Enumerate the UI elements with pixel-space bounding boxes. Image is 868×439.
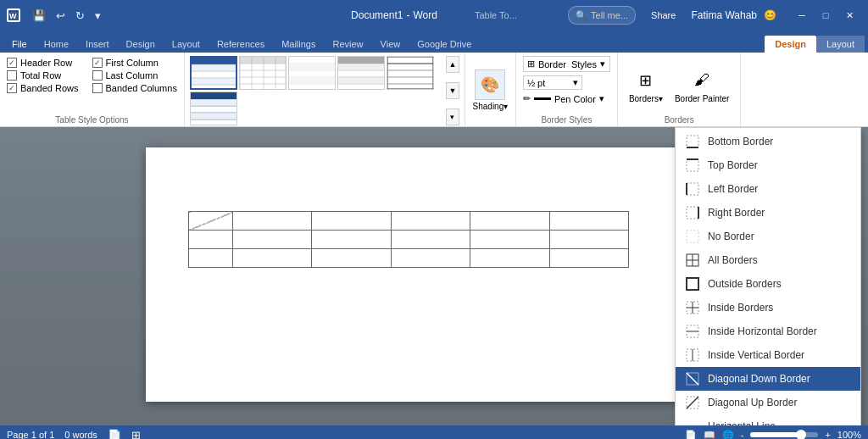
- style-options-content: Header Row Total Row Banded Rows First C…: [7, 58, 177, 114]
- menu-item-top-border[interactable]: Top Border: [676, 153, 860, 177]
- menu-item-no-border[interactable]: No Border: [676, 225, 860, 248]
- customize-button[interactable]: ▾: [92, 8, 104, 24]
- quick-access-toolbar: 💾 ↩ ↻ ▾: [29, 8, 104, 24]
- gallery-more[interactable]: ▾: [446, 108, 459, 125]
- border-painter-label: Border Painter: [675, 94, 729, 103]
- menu-item-all-borders[interactable]: All Borders: [676, 248, 860, 272]
- outside-borders-icon: [684, 275, 701, 292]
- svg-rect-50: [687, 183, 698, 195]
- bottom-border-icon: [684, 133, 701, 150]
- svg-rect-33: [387, 57, 433, 89]
- menu-item-left-border[interactable]: Left Border: [676, 177, 860, 201]
- banded-columns-checkbox[interactable]: [92, 83, 103, 93]
- view-reading-icon[interactable]: 📖: [704, 430, 715, 440]
- menu-label: Horizontal Line: [708, 420, 776, 425]
- table-cell: [391, 249, 470, 268]
- table-style-item-2[interactable]: [239, 56, 287, 90]
- undo-button[interactable]: ↩: [53, 8, 69, 24]
- left-border-icon: [684, 181, 701, 197]
- table-style-item-1[interactable]: [190, 56, 237, 90]
- svg-line-69: [687, 397, 698, 408]
- tab-references[interactable]: References: [209, 36, 273, 53]
- menu-item-right-border[interactable]: Right Border: [676, 201, 860, 225]
- maximize-button[interactable]: □: [814, 3, 837, 27]
- table-style-item-3[interactable]: [288, 56, 336, 90]
- menu-item-horizontal-line[interactable]: Horizontal Line: [676, 414, 860, 425]
- border-styles-dropdown[interactable]: ⊞ Border Styles ▾: [523, 56, 610, 72]
- table-styles-gallery: [190, 56, 444, 125]
- banded-rows-checkbox[interactable]: [7, 83, 17, 93]
- tab-layout[interactable]: Layout: [164, 36, 209, 53]
- menu-item-inside-vertical[interactable]: Inside Vertical Border: [676, 343, 860, 367]
- shading-button[interactable]: 🎨 Shading ▾: [473, 56, 509, 125]
- table-row: [189, 231, 629, 249]
- last-column-option[interactable]: Last Column: [92, 70, 177, 81]
- zoom-in-icon[interactable]: +: [825, 430, 830, 439]
- save-button[interactable]: 💾: [29, 8, 49, 24]
- borders-label: Borders ▾: [629, 94, 663, 103]
- tab-insert[interactable]: Insert: [77, 36, 118, 53]
- tab-google-drive[interactable]: Google Drive: [409, 36, 480, 53]
- diagonal-cell: [189, 212, 233, 231]
- menu-item-bottom-border[interactable]: Bottom Border: [676, 130, 860, 153]
- menu-item-inside-borders[interactable]: Inside Borders: [676, 296, 860, 320]
- menu-item-diagonal-down[interactable]: Diagonal Down Border: [676, 367, 860, 391]
- total-row-checkbox[interactable]: [7, 70, 17, 81]
- border-painter-icon: 🖌: [688, 67, 715, 94]
- zoom-level: 100%: [837, 430, 861, 439]
- zoom-handle[interactable]: [796, 430, 806, 439]
- tab-design[interactable]: Design: [118, 36, 164, 53]
- menu-label: No Border: [708, 231, 754, 242]
- table-style-item-5[interactable]: [387, 56, 434, 90]
- tell-me-button[interactable]: 🔍 Tell me...: [568, 6, 636, 25]
- first-column-label: First Column: [106, 58, 159, 68]
- banded-columns-option[interactable]: Banded Columns: [92, 83, 177, 93]
- pen-thickness-dropdown[interactable]: ½ pt ▾: [523, 75, 582, 90]
- pen-color-row[interactable]: ✏ Pen Color ▾: [523, 93, 610, 104]
- tab-home[interactable]: Home: [36, 36, 77, 53]
- borders-button[interactable]: ⊞ Borders ▾: [625, 64, 667, 106]
- tab-table-layout[interactable]: Layout: [816, 36, 865, 53]
- menu-item-inside-horizontal[interactable]: Inside Horizontal Border: [676, 320, 860, 343]
- table-style-item-6[interactable]: [190, 92, 237, 125]
- table-style-item-4[interactable]: [337, 56, 385, 90]
- svg-rect-46: [687, 136, 698, 147]
- svg-rect-2: [192, 58, 237, 64]
- close-button[interactable]: ✕: [837, 3, 861, 27]
- menu-item-outside-borders[interactable]: Outside Borders: [676, 272, 860, 296]
- borders-icon: ⊞: [632, 67, 659, 94]
- header-row-checkbox[interactable]: [7, 58, 17, 68]
- tab-view[interactable]: View: [372, 36, 409, 53]
- last-column-checkbox[interactable]: [92, 70, 103, 81]
- diagonal-down-icon: [684, 370, 701, 387]
- first-column-checkbox[interactable]: [92, 58, 103, 68]
- tab-file[interactable]: File: [3, 36, 36, 53]
- tab-review[interactable]: Review: [325, 36, 372, 53]
- border-styles-label: Border: [538, 59, 566, 69]
- title-bar-left: W 💾 ↩ ↻ ▾: [7, 8, 104, 24]
- table-row: [189, 212, 629, 231]
- header-row-option[interactable]: Header Row: [7, 58, 79, 68]
- table-cell: [470, 212, 549, 231]
- tab-mailings[interactable]: Mailings: [273, 36, 324, 53]
- gallery-scroll-up[interactable]: ▲: [446, 56, 459, 73]
- tab-table-design[interactable]: Design: [765, 36, 816, 53]
- view-web-icon[interactable]: 🌐: [722, 430, 734, 440]
- redo-button[interactable]: ↻: [72, 8, 88, 24]
- total-row-option[interactable]: Total Row: [7, 70, 79, 81]
- zoom-out-icon[interactable]: -: [741, 430, 744, 439]
- border-painter-button[interactable]: 🖌 Border Painter: [670, 64, 733, 106]
- table-cell: [470, 231, 549, 249]
- share-button[interactable]: Share: [643, 6, 684, 25]
- minimize-button[interactable]: ─: [790, 3, 814, 27]
- zoom-slider[interactable]: [750, 432, 818, 437]
- menu-item-diagonal-up[interactable]: Diagonal Up Border: [676, 391, 860, 414]
- gallery-scroll-down[interactable]: ▼: [446, 82, 459, 99]
- view-normal-icon[interactable]: 📄: [685, 430, 697, 440]
- first-column-option[interactable]: First Column: [92, 58, 177, 68]
- borders-section: ⊞ Borders ▾ 🖌 Border Painter Borders: [618, 53, 742, 126]
- menu-label: Right Border: [708, 207, 765, 219]
- word-icon: W: [7, 8, 20, 22]
- no-border-icon: [684, 228, 701, 245]
- banded-rows-option[interactable]: Banded Rows: [7, 83, 79, 93]
